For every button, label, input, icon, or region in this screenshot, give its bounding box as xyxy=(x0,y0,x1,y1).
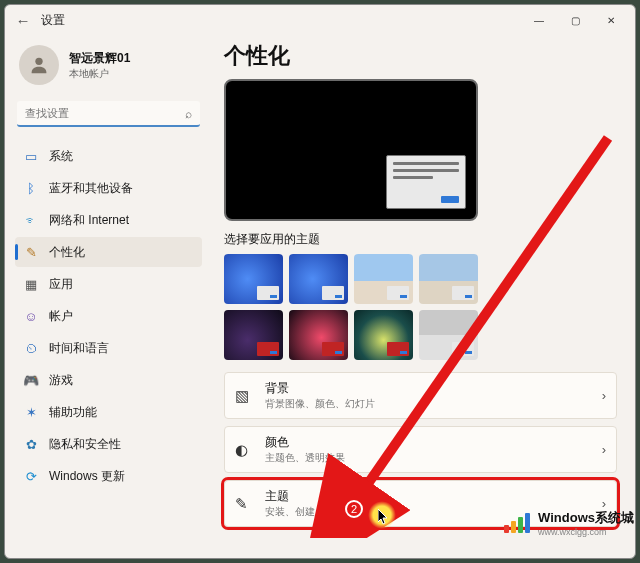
clock-icon: ⏲ xyxy=(23,340,39,356)
wifi-icon: ᯤ xyxy=(23,212,39,228)
page-title: 个性化 xyxy=(224,41,617,71)
preview-window xyxy=(386,155,466,209)
sidebar-item-label: Windows 更新 xyxy=(49,468,125,485)
chevron-right-icon: › xyxy=(602,388,606,403)
sidebar-item-label: 时间和语言 xyxy=(49,340,109,357)
sidebar-item-label: 隐私和安全性 xyxy=(49,436,121,453)
search-wrap: ⌕ xyxy=(17,101,200,127)
svg-point-0 xyxy=(35,58,42,65)
sidebar-item-label: 蓝牙和其他设备 xyxy=(49,180,133,197)
sidebar-item-label: 帐户 xyxy=(49,308,73,325)
pen-icon: ✎ xyxy=(235,495,255,513)
desktop-preview xyxy=(224,79,478,221)
bluetooth-icon: ᛒ xyxy=(23,180,39,196)
theme-option-2[interactable] xyxy=(289,254,348,304)
settings-rows: ▧ 背景 背景图像、颜色、幻灯片 › ◐ 颜色 主题色、透明效果 › xyxy=(224,372,617,527)
sidebar-item-label: 网络和 Internet xyxy=(49,212,129,229)
theme-option-3[interactable] xyxy=(354,254,413,304)
palette-icon: ◐ xyxy=(235,441,255,459)
sidebar-item-gaming[interactable]: 🎮游戏 xyxy=(15,365,202,395)
accessibility-icon: ✶ xyxy=(23,404,39,420)
account-icon: ☺ xyxy=(23,308,39,324)
back-button[interactable]: ← xyxy=(11,12,35,29)
nav-list: ▭系统 ᛒ蓝牙和其他设备 ᯤ网络和 Internet ✎个性化 ▦应用 ☺帐户 … xyxy=(15,141,202,491)
sidebar-item-accounts[interactable]: ☺帐户 xyxy=(15,301,202,331)
theme-option-5[interactable] xyxy=(224,310,283,360)
sidebar-item-update[interactable]: ⟳Windows 更新 xyxy=(15,461,202,491)
minimize-button[interactable]: — xyxy=(521,7,557,33)
sidebar-item-apps[interactable]: ▦应用 xyxy=(15,269,202,299)
sidebar-item-time[interactable]: ⏲时间和语言 xyxy=(15,333,202,363)
search-icon: ⌕ xyxy=(185,107,192,121)
sidebar-item-bluetooth[interactable]: ᛒ蓝牙和其他设备 xyxy=(15,173,202,203)
row-title: 颜色 xyxy=(265,434,345,451)
apps-icon: ▦ xyxy=(23,276,39,292)
watermark-title: Windows系统城 xyxy=(538,509,634,527)
row-title: 主题 xyxy=(265,488,345,505)
brush-icon: ✎ xyxy=(23,244,39,260)
gamepad-icon: 🎮 xyxy=(23,372,39,388)
annotation-step-badge: 2 xyxy=(345,500,363,518)
theme-option-7[interactable] xyxy=(354,310,413,360)
sidebar-item-personalization[interactable]: ✎个性化 xyxy=(15,237,202,267)
row-subtitle: 安装、创建、管理 xyxy=(265,505,345,519)
search-input[interactable] xyxy=(17,101,200,127)
maximize-button[interactable]: ▢ xyxy=(557,7,593,33)
sidebar-item-privacy[interactable]: ✿隐私和安全性 xyxy=(15,429,202,459)
sidebar-item-label: 游戏 xyxy=(49,372,73,389)
watermark: Windows系统城 www.wxclgg.com xyxy=(504,509,634,537)
chevron-right-icon: › xyxy=(602,442,606,457)
sidebar: 智远景辉01 本地帐户 ⌕ ▭系统 ᛒ蓝牙和其他设备 ᯤ网络和 Internet… xyxy=(5,35,210,558)
row-subtitle: 背景图像、颜色、幻灯片 xyxy=(265,397,375,411)
row-colors[interactable]: ◐ 颜色 主题色、透明效果 › xyxy=(224,426,617,473)
profile-subtitle: 本地帐户 xyxy=(69,67,130,81)
update-icon: ⟳ xyxy=(23,468,39,484)
settings-window: ← 设置 — ▢ ✕ 智远景辉01 本地帐户 ⌕ ▭系统 xyxy=(4,4,636,559)
profile-name: 智远景辉01 xyxy=(69,50,130,67)
theme-option-8[interactable] xyxy=(419,310,478,360)
theme-option-6[interactable] xyxy=(289,310,348,360)
close-button[interactable]: ✕ xyxy=(593,7,629,33)
image-icon: ▧ xyxy=(235,387,255,405)
sidebar-item-label: 辅助功能 xyxy=(49,404,97,421)
theme-option-1[interactable] xyxy=(224,254,283,304)
theme-section-label: 选择要应用的主题 xyxy=(224,231,617,248)
content-area: 智远景辉01 本地帐户 ⌕ ▭系统 ᛒ蓝牙和其他设备 ᯤ网络和 Internet… xyxy=(5,35,635,558)
sidebar-item-label: 应用 xyxy=(49,276,73,293)
watermark-url: www.wxclgg.com xyxy=(538,527,634,537)
row-title: 背景 xyxy=(265,380,375,397)
profile-block[interactable]: 智远景辉01 本地帐户 xyxy=(15,41,202,95)
avatar xyxy=(19,45,59,85)
shield-icon: ✿ xyxy=(23,436,39,452)
titlebar: ← 设置 — ▢ ✕ xyxy=(5,5,635,35)
theme-grid xyxy=(224,254,478,360)
sidebar-item-label: 系统 xyxy=(49,148,73,165)
system-icon: ▭ xyxy=(23,148,39,164)
watermark-logo xyxy=(504,513,532,533)
main-panel: 个性化 选择要应用的主题 ▧ xyxy=(210,35,635,558)
theme-option-4[interactable] xyxy=(419,254,478,304)
sidebar-item-label: 个性化 xyxy=(49,244,85,261)
preview-button xyxy=(441,196,459,203)
row-background[interactable]: ▧ 背景 背景图像、颜色、幻灯片 › xyxy=(224,372,617,419)
sidebar-item-accessibility[interactable]: ✶辅助功能 xyxy=(15,397,202,427)
sidebar-item-system[interactable]: ▭系统 xyxy=(15,141,202,171)
row-subtitle: 主题色、透明效果 xyxy=(265,451,345,465)
sidebar-item-network[interactable]: ᯤ网络和 Internet xyxy=(15,205,202,235)
app-title: 设置 xyxy=(41,12,65,29)
